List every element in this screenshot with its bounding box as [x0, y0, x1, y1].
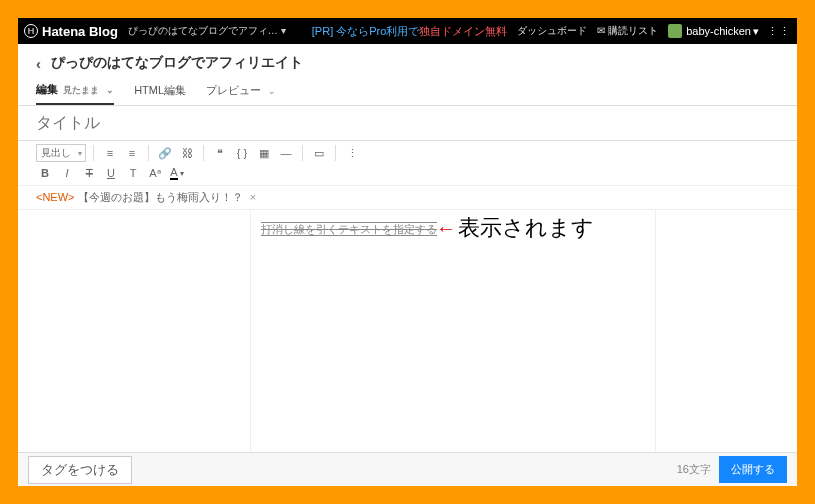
- tab-html[interactable]: HTML編集: [134, 83, 186, 104]
- user-menu[interactable]: baby-chicken ▾: [668, 24, 759, 38]
- post-title-input[interactable]: [18, 105, 797, 141]
- code-button[interactable]: { }: [233, 144, 251, 162]
- ul-button[interactable]: ≡: [101, 144, 119, 162]
- notice-text[interactable]: 【今週のお題】もう梅雨入り！？: [78, 191, 243, 203]
- add-tag-button[interactable]: タグをつける: [28, 456, 132, 484]
- annotation-text: 表示されます: [458, 213, 594, 243]
- bold-button[interactable]: B: [36, 164, 54, 182]
- italic-button[interactable]: I: [58, 164, 76, 182]
- hr-button[interactable]: —: [277, 144, 295, 162]
- editor-toolbar: 見出し ≡ ≡ 🔗 ⛓ ❝ { } ▦ — ▭ ⋮ B I T̶ U T Aᵃ …: [18, 141, 797, 186]
- caret-down-icon: ▾: [753, 25, 759, 38]
- caret-down-icon: ▾: [180, 169, 184, 178]
- ol-button[interactable]: ≡: [123, 144, 141, 162]
- nav-dashboard[interactable]: ダッシュボード: [517, 24, 587, 38]
- quote-button[interactable]: ❝: [211, 144, 229, 162]
- editor-header: ‹ ぴっぴのはてなブログでアフィリエイト 編集 見たまま ⌄ HTML編集 プレ…: [18, 44, 797, 105]
- unlink-button[interactable]: ⛓: [178, 144, 196, 162]
- blog-name: ぴっぴのはてなブログでアフィ…: [128, 25, 278, 36]
- blog-title: ぴっぴのはてなブログでアフィリエイト: [51, 54, 303, 72]
- arrow-left-icon: ←: [436, 217, 456, 240]
- promo-link[interactable]: [PR] 今ならPro利用で独自ドメイン無料: [312, 24, 508, 39]
- chevron-down-icon: ⌄: [268, 86, 276, 96]
- publish-button[interactable]: 公開する: [719, 456, 787, 483]
- app-window: H Hatena Blog ぴっぴのはてなブログでアフィ… ▾ [PR] 今なら…: [18, 18, 797, 486]
- new-badge: <NEW>: [36, 191, 75, 203]
- annotation-overlay: ← 表示されます: [436, 213, 594, 243]
- editor-content-area: 打消し線を引くテキストを指定する ← 表示されます: [18, 210, 797, 452]
- back-button[interactable]: ‹: [36, 55, 41, 72]
- strikethrough-sample-text[interactable]: 打消し線を引くテキストを指定する: [261, 222, 437, 236]
- character-count: 16文字: [677, 462, 711, 477]
- table-button[interactable]: ▦: [255, 144, 273, 162]
- color-button[interactable]: A ▾: [168, 164, 186, 182]
- brand-label: Hatena Blog: [42, 24, 118, 39]
- tab-edit[interactable]: 編集 見たまま ⌄: [36, 82, 114, 105]
- username: baby-chicken: [686, 25, 751, 37]
- more-button[interactable]: ⋮: [343, 144, 361, 162]
- tab-preview[interactable]: プレビュー ⌄: [206, 83, 276, 104]
- editor-tabs: 編集 見たまま ⌄ HTML編集 プレビュー ⌄: [36, 82, 779, 105]
- tt-button[interactable]: T: [124, 164, 142, 182]
- app-menu-icon[interactable]: ⋮⋮: [767, 25, 791, 38]
- underline-button[interactable]: U: [102, 164, 120, 182]
- topbar: H Hatena Blog ぴっぴのはてなブログでアフィ… ▾ [PR] 今なら…: [18, 18, 797, 44]
- mail-icon: ✉: [597, 25, 605, 36]
- close-icon[interactable]: ×: [250, 191, 256, 203]
- caret-down-icon: ▾: [281, 25, 286, 36]
- nav-subscription-list[interactable]: ✉ 購読リスト: [597, 24, 658, 38]
- fontsize-button[interactable]: Aᵃ: [146, 164, 164, 182]
- link-button[interactable]: 🔗: [156, 144, 174, 162]
- heading-select[interactable]: 見出し: [36, 144, 86, 162]
- editor-canvas[interactable]: 打消し線を引くテキストを指定する: [250, 210, 656, 452]
- strike-button[interactable]: T̶: [80, 164, 98, 182]
- editor-footer: タグをつける 16文字 公開する: [18, 452, 797, 486]
- chevron-down-icon: ⌄: [106, 85, 114, 95]
- image-button[interactable]: ▭: [310, 144, 328, 162]
- blog-selector[interactable]: ぴっぴのはてなブログでアフィ… ▾: [128, 24, 286, 38]
- weekly-topic-notice: <NEW> 【今週のお題】もう梅雨入り！？ ×: [18, 186, 797, 210]
- avatar: [668, 24, 682, 38]
- hatena-logo-icon: H: [24, 24, 38, 38]
